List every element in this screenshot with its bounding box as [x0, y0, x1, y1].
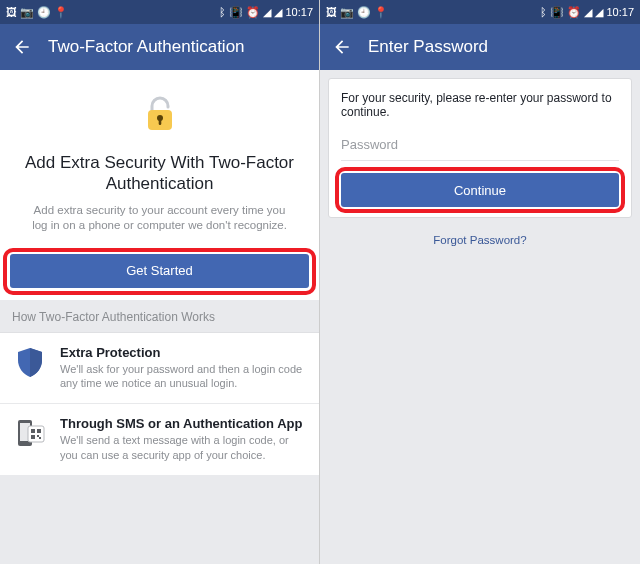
- svg-rect-8: [31, 435, 35, 439]
- camera-icon: 📷: [340, 7, 354, 18]
- svg-rect-7: [37, 429, 41, 433]
- password-input[interactable]: [341, 133, 619, 161]
- info-row-extra-protection: Extra Protection We'll ask for your pass…: [0, 333, 319, 405]
- arrow-left-icon: [332, 37, 352, 57]
- screen-enter-password: 🖼 📷 🕘 📍 ᛒ 📳 ⏰ ◢ ◢ 10:17 Enter Password F…: [320, 0, 640, 564]
- svg-rect-9: [37, 435, 39, 437]
- camera-icon: 📷: [20, 7, 34, 18]
- image-icon: 🖼: [326, 7, 337, 18]
- info-desc: We'll send a text message with a login c…: [60, 433, 307, 463]
- appbar-left: Two-Factor Authentication: [0, 24, 319, 70]
- map-small-icon: 📍: [374, 7, 388, 18]
- status-left-icons: 🖼 📷 🕘 📍: [6, 7, 68, 18]
- get-started-button[interactable]: Get Started: [10, 254, 309, 288]
- security-message: For your security, please re-enter your …: [341, 91, 619, 119]
- map-small-icon: 📍: [54, 7, 68, 18]
- password-card: For your security, please re-enter your …: [328, 78, 632, 218]
- screen-two-factor: 🖼 📷 🕘 📍 ᛒ 📳 ⏰ ◢ ◢ 10:17 Two-Factor Authe…: [0, 0, 320, 564]
- alarm-ring-icon: ⏰: [246, 7, 260, 18]
- status-left-icons: 🖼 📷 🕘 📍: [326, 7, 388, 18]
- svg-rect-5: [28, 426, 44, 442]
- bluetooth-icon: ᛒ: [540, 7, 547, 18]
- status-bar: 🖼 📷 🕘 📍 ᛒ 📳 ⏰ ◢ ◢ 10:17: [0, 0, 319, 24]
- back-button[interactable]: [330, 35, 354, 59]
- section-header: How Two-Factor Authentication Works: [0, 300, 319, 333]
- svg-rect-10: [39, 437, 41, 439]
- vibrate-icon: 📳: [550, 7, 564, 18]
- signal-icon: ◢: [595, 7, 603, 18]
- arrow-left-icon: [12, 37, 32, 57]
- status-time: 10:17: [606, 7, 634, 18]
- appbar-title: Two-Factor Authentication: [48, 37, 245, 57]
- hero-section: Add Extra Security With Two-Factor Authe…: [0, 70, 319, 300]
- vibrate-icon: 📳: [229, 7, 243, 18]
- status-right-icons: ᛒ 📳 ⏰ ◢ ◢ 10:17: [219, 7, 313, 18]
- status-right-icons: ᛒ 📳 ⏰ ◢ ◢ 10:17: [540, 7, 634, 18]
- info-title: Through SMS or an Authentication App: [60, 416, 307, 431]
- alarm-ring-icon: ⏰: [567, 7, 581, 18]
- status-time: 10:17: [285, 7, 313, 18]
- network-icon: ◢: [584, 7, 592, 18]
- phone-qr-icon: [12, 416, 48, 452]
- svg-rect-6: [31, 429, 35, 433]
- hero-desc: Add extra security to your account every…: [18, 203, 301, 234]
- info-desc: We'll ask for your password and then a l…: [60, 362, 307, 392]
- image-icon: 🖼: [6, 7, 17, 18]
- info-title: Extra Protection: [60, 345, 307, 360]
- appbar-right: Enter Password: [320, 24, 640, 70]
- status-bar: 🖼 📷 🕘 📍 ᛒ 📳 ⏰ ◢ ◢ 10:17: [320, 0, 640, 24]
- svg-rect-2: [158, 119, 161, 125]
- shield-icon: [12, 345, 48, 381]
- signal-icon: ◢: [274, 7, 282, 18]
- bluetooth-icon: ᛒ: [219, 7, 226, 18]
- info-row-sms-app: Through SMS or an Authentication App We'…: [0, 404, 319, 475]
- appbar-title: Enter Password: [368, 37, 488, 57]
- forgot-password-link[interactable]: Forgot Password?: [320, 234, 640, 246]
- lock-key-icon: [138, 92, 182, 136]
- clock-small-icon: 🕘: [357, 7, 371, 18]
- continue-button[interactable]: Continue: [341, 173, 619, 207]
- back-button[interactable]: [10, 35, 34, 59]
- clock-small-icon: 🕘: [37, 7, 51, 18]
- hero-title: Add Extra Security With Two-Factor Authe…: [18, 152, 301, 195]
- network-icon: ◢: [263, 7, 271, 18]
